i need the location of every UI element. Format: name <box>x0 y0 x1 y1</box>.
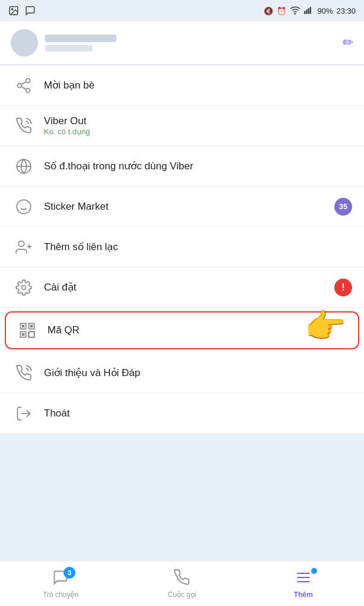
menu-label-settings: Cài đặt <box>44 281 334 293</box>
alarm-icon: ⏰ <box>277 7 286 15</box>
viber-help-icon <box>12 361 36 385</box>
image-icon <box>8 5 19 16</box>
sticker-icon <box>12 195 36 219</box>
chat-badge: 3 <box>64 567 75 579</box>
svg-point-8 <box>18 83 22 87</box>
menu-item-sticker[interactable]: Sticker Market 35 <box>0 187 364 227</box>
svg-line-11 <box>21 81 26 84</box>
svg-point-9 <box>26 88 30 92</box>
svg-point-2 <box>295 13 296 14</box>
more-nav-label: Thêm <box>294 591 313 599</box>
menu-item-intro[interactable]: Giới thiệu và Hỏi Đáp <box>0 353 364 393</box>
menu-item-logout[interactable]: Thoát <box>0 393 364 434</box>
menu-list: Mời bạn bè Viber Out Ko. có t.dụng Số đ.… <box>0 65 364 434</box>
profile-sub-blur <box>45 45 93 52</box>
svg-point-13 <box>17 200 30 213</box>
qr-icon <box>15 318 39 342</box>
settings-icon <box>12 276 36 299</box>
menu-icon-more <box>295 569 312 588</box>
edit-icon[interactable]: ✏ <box>343 35 353 50</box>
menu-item-add-contact[interactable]: Thêm số liên lạc <box>0 227 364 267</box>
menu-label-phone-numbers: Số đ.thoại trong nước dùng Viber <box>44 160 352 172</box>
nav-item-calls[interactable]: Cuộc gọi <box>121 569 242 599</box>
wifi-icon <box>290 5 300 17</box>
menu-label-add-contact: Thêm số liên lạc <box>44 241 352 253</box>
phone-plus-icon <box>12 114 36 138</box>
svg-point-7 <box>26 78 30 83</box>
more-nav-icon-wrap <box>292 569 315 588</box>
status-right-info: 🔇 ⏰ 90% 23:30 <box>264 5 356 17</box>
svg-rect-5 <box>308 8 309 14</box>
globe-icon <box>12 154 36 178</box>
mute-icon: 🔇 <box>264 7 273 15</box>
menu-label-sticker: Sticker Market <box>44 201 334 213</box>
menu-item-invite[interactable]: Mời bạn bè <box>0 65 364 106</box>
avatar <box>11 29 38 56</box>
profile-text <box>45 34 116 52</box>
calls-nav-icon-wrap <box>170 569 193 588</box>
menu-label-logout: Thoát <box>44 408 352 419</box>
svg-point-16 <box>18 241 24 246</box>
svg-point-1 <box>11 8 12 10</box>
profile-name-blur <box>45 34 116 42</box>
menu-label-intro: Giới thiệu và Hỏi Đáp <box>44 367 352 379</box>
bottom-nav: 3 Trò chuyện Cuộc gọi Thêm <box>0 561 364 606</box>
status-bar: 🔇 ⏰ 90% 23:30 <box>0 0 364 21</box>
header: ✏ <box>0 21 364 64</box>
menu-label-invite: Mời bạn bè <box>44 79 352 91</box>
menu-item-viber-out[interactable]: Viber Out Ko. có t.dụng <box>0 106 364 146</box>
viber-out-sublabel: Ko. có t.dụng <box>44 127 352 136</box>
chat-nav-label: Trò chuyện <box>43 591 78 599</box>
settings-badge: ! <box>334 279 352 296</box>
menu-item-settings[interactable]: Cài đặt ! <box>0 267 364 308</box>
nav-item-more[interactable]: Thêm <box>243 569 364 599</box>
svg-rect-34 <box>29 332 34 337</box>
svg-rect-21 <box>22 325 25 328</box>
sticker-badge: 35 <box>334 198 352 216</box>
menu-item-qr[interactable]: Mã QR <box>5 311 359 349</box>
svg-rect-6 <box>310 7 311 14</box>
svg-rect-3 <box>304 11 305 14</box>
more-nav-dot <box>311 568 317 574</box>
content-area: ✏ Mời bạn bè Viber Out Ko. có t.dụng <box>0 21 364 561</box>
signal-icon <box>304 5 314 17</box>
svg-line-10 <box>21 86 26 89</box>
svg-rect-25 <box>22 333 25 336</box>
chat-nav-icon-wrap: 3 <box>49 569 72 588</box>
svg-point-19 <box>22 285 26 289</box>
svg-rect-4 <box>306 10 308 14</box>
calls-nav-label: Cuộc gọi <box>167 591 196 599</box>
phone-icon <box>173 569 190 588</box>
menu-item-phone-numbers[interactable]: Số đ.thoại trong nước dùng Viber <box>0 146 364 187</box>
svg-rect-23 <box>30 325 33 328</box>
share-icon <box>12 74 36 97</box>
profile-section <box>11 29 116 56</box>
messenger-icon <box>25 5 36 16</box>
battery-text: 90% <box>317 7 333 15</box>
logout-icon <box>12 402 36 425</box>
time-display: 23:30 <box>336 7 356 15</box>
add-person-icon <box>12 235 36 259</box>
nav-item-chat[interactable]: 3 Trò chuyện <box>0 569 121 599</box>
menu-label-viber-out: Viber Out Ko. có t.dụng <box>44 115 352 136</box>
menu-label-qr: Mã QR <box>48 324 349 336</box>
status-left-icons <box>8 5 36 16</box>
